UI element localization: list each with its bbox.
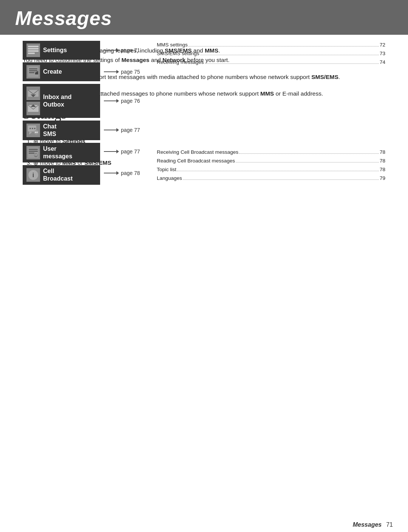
footer-page: 71 xyxy=(386,521,393,528)
footer-label: Messages xyxy=(353,521,382,528)
user-labels: User messages xyxy=(43,145,72,160)
refs-cell: Receiving Cell Broadcast messages 78 Rea… xyxy=(157,148,385,183)
broadcast-text: Broadcast xyxy=(43,175,73,182)
icon-settings-svg xyxy=(28,45,39,56)
inbox-labels: Inbox and Outbox xyxy=(43,93,72,108)
icon-chat-svg xyxy=(28,125,39,136)
settings-text: Settings xyxy=(43,47,67,54)
menu-col: Settings Create xyxy=(23,41,104,185)
conn-user: page 77 xyxy=(104,142,149,161)
diagram-proper: Settings Create xyxy=(23,41,385,185)
messages-text: messages xyxy=(43,153,72,160)
sms-text: SMS xyxy=(43,130,57,138)
svg-rect-53 xyxy=(29,151,38,152)
refs-col-right: MMS settings 72 SMS/EMS settings 73 Rece… xyxy=(149,41,385,185)
line-cell-2 xyxy=(104,173,117,173)
line-c xyxy=(104,71,117,72)
svg-point-46 xyxy=(32,128,33,129)
row-cell: i Cell Broadcast xyxy=(23,165,104,185)
icon-user-2 xyxy=(26,146,40,159)
icon-create-2 xyxy=(26,65,40,79)
page-s: page 71 xyxy=(121,47,140,53)
line-user: page 77 xyxy=(104,148,140,155)
row-user: User messages xyxy=(23,143,104,162)
svg-marker-44 xyxy=(29,131,32,135)
svg-point-55 xyxy=(34,153,38,157)
cell-text: Cell xyxy=(43,167,73,175)
row-inbox: Inbox and Outbox xyxy=(23,84,104,118)
cell-labels: Cell Broadcast xyxy=(43,167,73,182)
row-create: Create xyxy=(23,62,104,81)
box-inbox: Inbox and Outbox xyxy=(23,84,100,118)
icon-settings xyxy=(26,43,40,57)
arr-i xyxy=(116,99,119,103)
svg-rect-37 xyxy=(29,72,34,73)
svg-rect-54 xyxy=(29,153,34,154)
page-i: page 76 xyxy=(121,98,140,104)
svg-point-50 xyxy=(37,132,38,133)
svg-rect-30 xyxy=(28,46,39,47)
svg-point-49 xyxy=(35,132,36,133)
create-text: Create xyxy=(43,68,62,75)
icon-create-svg xyxy=(28,66,39,77)
ref3: Receiving messages 74 xyxy=(157,58,385,67)
conn-inbox: page 76 xyxy=(104,84,149,118)
page-header: Messages xyxy=(0,0,408,35)
svg-rect-31 xyxy=(28,48,39,49)
box-create: Create xyxy=(23,62,100,81)
chat-labels: Chat SMS xyxy=(43,123,57,138)
svg-point-56 xyxy=(35,155,36,156)
line-settings: page 71 xyxy=(104,47,140,53)
page-footer: Messages 71 xyxy=(0,518,408,532)
box-user: User messages xyxy=(23,143,100,162)
conn-settings: page 71 xyxy=(104,41,149,60)
line-u xyxy=(104,151,117,152)
svg-rect-35 xyxy=(29,68,37,70)
icon-cell-svg: i xyxy=(28,169,39,181)
line-s xyxy=(104,50,117,51)
arr-ch xyxy=(116,128,119,132)
svg-point-47 xyxy=(34,128,36,129)
line-cell: page 78 xyxy=(104,170,140,176)
ref4: Receiving Cell Broadcast messages 78 xyxy=(157,148,385,157)
spacer xyxy=(157,67,385,148)
refs-settings: MMS settings 72 SMS/EMS settings 73 Rece… xyxy=(157,41,385,67)
svg-text:i: i xyxy=(32,172,34,178)
icon-cell-2: i xyxy=(26,168,40,182)
arr-s xyxy=(116,48,119,52)
row-chat: Chat SMS xyxy=(23,121,104,140)
icon-chat-2 xyxy=(26,124,40,137)
icon-outbox-2 xyxy=(26,102,40,115)
svg-point-57 xyxy=(36,155,37,156)
line-inbox: page 76 xyxy=(104,98,140,104)
box-chat: Chat SMS xyxy=(23,121,100,140)
outbox-svg-2 xyxy=(28,103,39,114)
row-settings: Settings xyxy=(23,41,104,60)
icon-user-svg xyxy=(28,147,39,158)
svg-point-45 xyxy=(29,128,31,129)
conn-cell: page 78 xyxy=(104,164,149,182)
ref1: MMS settings 72 xyxy=(157,41,385,49)
ref6: Topic list 78 xyxy=(157,165,385,174)
page-title: Messages xyxy=(15,7,393,29)
line-ch xyxy=(104,130,117,130)
diagram-inner: Settings Create xyxy=(23,41,385,185)
box-settings: Settings xyxy=(23,41,100,60)
ref2: SMS/EMS settings 73 xyxy=(157,49,385,58)
inbox-svg-2 xyxy=(28,88,39,99)
page-cell: page 78 xyxy=(121,170,140,176)
line-i xyxy=(104,101,117,101)
box-cell: i Cell Broadcast xyxy=(23,165,100,185)
line-create: page 75 xyxy=(104,69,140,75)
ref7: Languages 79 xyxy=(157,174,385,183)
conn-create: page 75 xyxy=(104,62,149,81)
page-ch: page 77 xyxy=(121,127,140,133)
line-chat: page 77 xyxy=(104,127,140,133)
svg-point-48 xyxy=(34,130,39,135)
ref5: Reading Cell Broadcast messages 78 xyxy=(157,157,385,165)
arr-c xyxy=(116,70,119,74)
user-text: User xyxy=(43,145,72,153)
arr-u xyxy=(116,150,119,153)
svg-rect-52 xyxy=(29,149,38,150)
svg-rect-32 xyxy=(28,50,39,52)
